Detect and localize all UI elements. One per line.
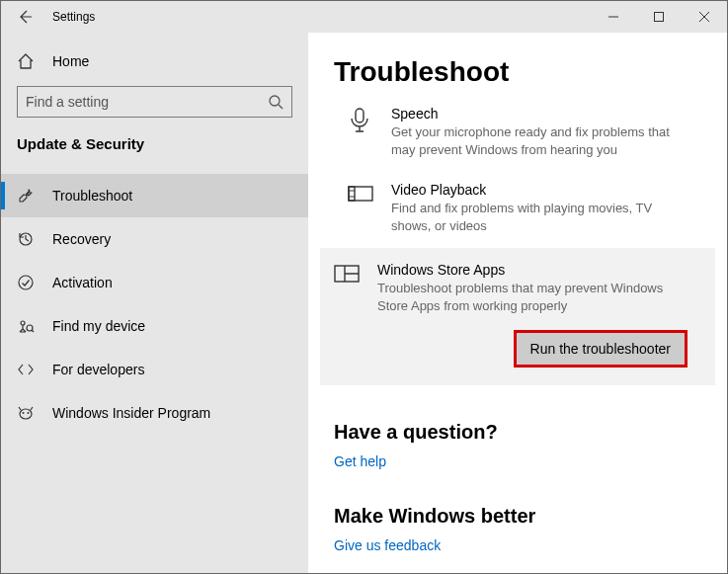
sidebar-item-troubleshoot[interactable]: Troubleshoot <box>1 174 308 217</box>
sidebar-item-label: Activation <box>52 275 113 290</box>
svg-rect-11 <box>349 187 355 201</box>
insider-icon <box>17 404 35 422</box>
sidebar-section-title: Update & Security <box>1 135 308 174</box>
developers-icon <box>17 361 35 378</box>
activation-icon <box>17 274 35 291</box>
sidebar-item-label: Find my device <box>52 318 145 334</box>
speech-icon <box>348 106 373 158</box>
home-button[interactable]: Home <box>1 44 308 86</box>
sidebar-item-label: Troubleshoot <box>52 188 132 204</box>
troubleshoot-item-speech[interactable]: Speech Get your microphone ready and fix… <box>334 96 701 172</box>
sidebar-nav: Troubleshoot Recovery Activation <box>1 174 308 435</box>
find-device-icon <box>17 317 35 335</box>
titlebar: Settings <box>1 1 727 33</box>
svg-point-4 <box>21 321 25 325</box>
svg-rect-10 <box>349 187 372 201</box>
page-heading: Troubleshoot <box>334 56 701 88</box>
better-heading: Make Windows better <box>334 505 701 528</box>
back-button[interactable] <box>1 1 48 33</box>
troubleshoot-item-video-playback[interactable]: Video Playback Find and fix problems wit… <box>334 172 701 248</box>
sidebar-item-label: Recovery <box>52 231 111 247</box>
home-label: Home <box>52 53 89 69</box>
sidebar-item-insider-program[interactable]: Windows Insider Program <box>1 391 308 435</box>
troubleshoot-item-desc: Troubleshoot problems that may prevent W… <box>377 280 688 314</box>
close-icon <box>699 12 709 22</box>
svg-point-8 <box>28 412 30 414</box>
search-icon <box>268 94 283 110</box>
svg-point-1 <box>270 96 280 106</box>
troubleshoot-item-title: Speech <box>391 106 688 122</box>
feedback-link[interactable]: Give us feedback <box>334 537 701 553</box>
store-apps-icon <box>334 262 360 368</box>
troubleshoot-item-desc: Find and fix problems with playing movie… <box>391 200 688 234</box>
troubleshoot-item-title: Video Playback <box>391 182 688 198</box>
sidebar-item-for-developers[interactable]: For developers <box>1 348 308 391</box>
recovery-icon <box>17 230 35 248</box>
svg-point-7 <box>23 412 25 414</box>
arrow-left-icon <box>17 9 33 25</box>
troubleshoot-icon <box>17 187 35 205</box>
get-help-link[interactable]: Get help <box>334 453 701 469</box>
sidebar-item-label: For developers <box>52 362 144 377</box>
svg-rect-0 <box>655 13 664 22</box>
svg-point-6 <box>20 409 32 419</box>
run-troubleshooter-button[interactable]: Run the troubleshooter <box>514 330 688 368</box>
sidebar-item-recovery[interactable]: Recovery <box>1 217 308 261</box>
minimize-icon <box>608 12 618 22</box>
troubleshoot-item-desc: Get your microphone ready and fix proble… <box>391 123 688 158</box>
maximize-button[interactable] <box>636 1 682 33</box>
search-input[interactable] <box>17 86 292 118</box>
sidebar-item-activation[interactable]: Activation <box>1 261 308 304</box>
sidebar-item-label: Windows Insider Program <box>52 405 210 421</box>
home-icon <box>17 52 35 70</box>
video-icon <box>348 182 373 234</box>
question-heading: Have a question? <box>334 421 701 444</box>
window-title: Settings <box>48 10 95 24</box>
troubleshoot-item-title: Windows Store Apps <box>377 262 688 278</box>
svg-rect-9 <box>356 109 364 123</box>
maximize-icon <box>654 12 664 22</box>
close-button[interactable] <box>682 1 727 33</box>
troubleshoot-item-store-apps[interactable]: Windows Store Apps Troubleshoot problems… <box>320 248 715 385</box>
content-pane: Troubleshoot Speech Get your microphone … <box>308 33 727 573</box>
svg-point-3 <box>19 276 33 289</box>
search-field[interactable] <box>26 94 268 110</box>
sidebar: Home Update & Security Troubleshoot <box>1 33 308 573</box>
minimize-button[interactable] <box>591 1 636 33</box>
sidebar-item-find-my-device[interactable]: Find my device <box>1 304 308 348</box>
